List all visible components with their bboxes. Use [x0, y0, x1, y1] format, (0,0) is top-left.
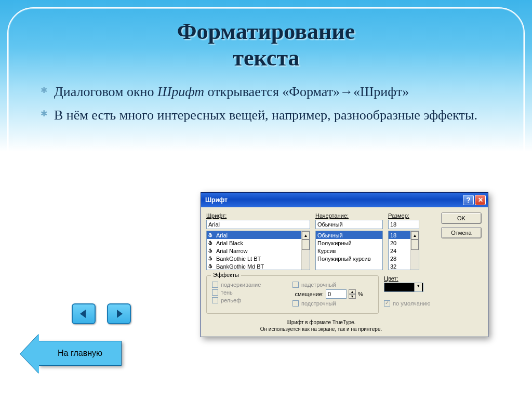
- truetype-icon: Ֆ: [208, 233, 215, 238]
- color-picker[interactable]: [384, 283, 423, 292]
- subscript-checkbox[interactable]: подстрочный: [292, 300, 373, 307]
- scrollbar[interactable]: ▲: [410, 231, 419, 270]
- dialog-title: Шрифт: [205, 196, 462, 204]
- home-label: На главную: [58, 349, 102, 358]
- list-item[interactable]: ՖArial Narrow: [207, 247, 310, 255]
- home-button[interactable]: На главную: [38, 341, 122, 366]
- dialog-footer: Шрифт в формате TrueType. Он используетс…: [206, 319, 436, 332]
- relief-checkbox[interactable]: рельеф: [212, 297, 292, 303]
- svg-marker-1: [117, 310, 123, 318]
- dialog-titlebar[interactable]: Шрифт ? ✕: [201, 193, 488, 207]
- prev-button[interactable]: [72, 303, 96, 324]
- truetype-icon: Ֆ: [208, 264, 215, 269]
- list-item[interactable]: Обычный: [316, 231, 382, 239]
- list-item[interactable]: ՖArial: [207, 231, 310, 239]
- ok-button[interactable]: OK: [441, 212, 482, 224]
- size-label: Размер:: [388, 212, 419, 219]
- close-button[interactable]: ✕: [475, 195, 486, 205]
- cancel-button[interactable]: Отмена: [441, 227, 482, 238]
- scrollbar[interactable]: ▲: [301, 231, 310, 270]
- superscript-checkbox[interactable]: надстрочный: [292, 282, 373, 288]
- truetype-icon: Ֆ: [208, 248, 215, 254]
- font-label: Шрифт:: [206, 212, 310, 219]
- slide-title: Форматирование текста: [24, 19, 508, 71]
- next-button[interactable]: [107, 303, 131, 324]
- list-item[interactable]: ՖBankGothic Lt BT: [207, 255, 310, 262]
- effects-group: Эффекты подчеркивание тень рельеф надстр…: [206, 275, 379, 314]
- offset-label: смещение:: [292, 291, 324, 297]
- font-listbox[interactable]: ՖArial ՖArial Black ՖArial Narrow ՖBankG…: [206, 231, 310, 270]
- size-listbox[interactable]: 18 20 24 28 32 ▲: [388, 231, 419, 270]
- scroll-up-icon[interactable]: ▲: [411, 231, 419, 240]
- underline-checkbox[interactable]: подчеркивание: [212, 282, 292, 288]
- style-label: Начертание:: [315, 212, 383, 219]
- truetype-icon: Ֆ: [208, 241, 215, 246]
- color-label: Цвет:: [384, 275, 436, 282]
- scroll-thumb[interactable]: [302, 240, 310, 250]
- bullet-item: В нём есть много интересных вещей, напри…: [54, 106, 508, 124]
- font-input[interactable]: Arial: [206, 220, 310, 229]
- default-checkbox[interactable]: ✓ по умолчанию: [384, 300, 436, 307]
- bullet-item: Диалоговом окно Шрифт открывается «Форма…: [54, 83, 508, 101]
- scroll-thumb[interactable]: [411, 240, 419, 250]
- effects-legend: Эффекты: [211, 272, 241, 278]
- font-dialog: Шрифт ? ✕ Шрифт: Arial ՖArial ՖArial Bla…: [201, 192, 488, 337]
- style-input[interactable]: Обычный: [315, 220, 383, 229]
- list-item[interactable]: ՖArial Black: [207, 239, 310, 247]
- svg-marker-0: [80, 310, 86, 318]
- list-item[interactable]: Курсив: [316, 247, 382, 255]
- shadow-checkbox[interactable]: тень: [212, 289, 292, 296]
- scroll-up-icon[interactable]: ▲: [302, 231, 310, 240]
- list-item[interactable]: Полужирный: [316, 239, 382, 247]
- offset-input[interactable]: 0: [326, 289, 347, 299]
- list-item[interactable]: Полужирный курсив: [316, 255, 382, 262]
- help-button[interactable]: ?: [463, 195, 474, 205]
- truetype-icon: Ֆ: [208, 256, 215, 261]
- offset-suffix: %: [358, 291, 363, 297]
- size-input[interactable]: 18: [388, 220, 419, 229]
- offset-spinner[interactable]: ▲▼: [349, 289, 356, 299]
- list-item[interactable]: ՖBankGothic Md BT: [207, 262, 310, 270]
- style-listbox[interactable]: Обычный Полужирный Курсив Полужирный кур…: [315, 231, 383, 270]
- bullet-list: Диалоговом окно Шрифт открывается «Форма…: [24, 83, 508, 124]
